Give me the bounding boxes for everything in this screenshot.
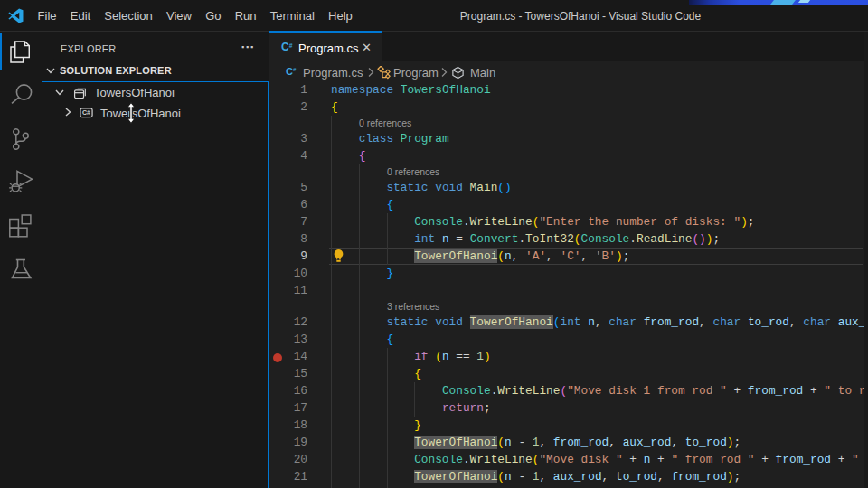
svg-text:C#: C# — [82, 109, 90, 116]
